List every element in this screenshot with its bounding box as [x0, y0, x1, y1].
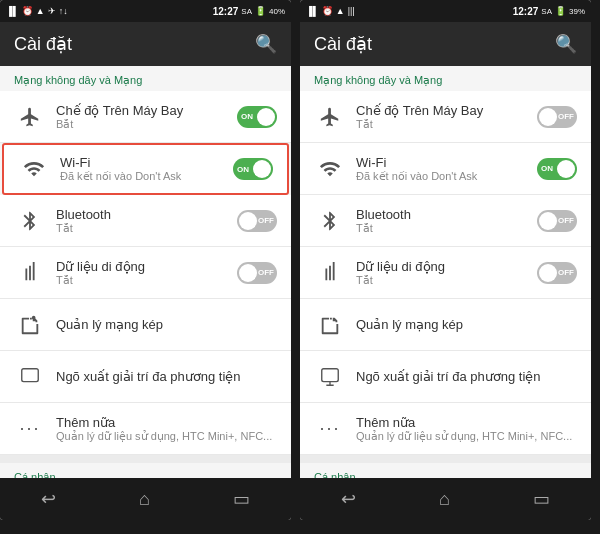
right-media-output-icon — [319, 366, 341, 388]
left-bluetooth-item[interactable]: Bluetooth Tắt OFF — [0, 195, 291, 247]
media-text: Ngõ xuất giải trí đa phương tiện — [46, 369, 277, 384]
right-airplane-text: Chế độ Trên Máy Bay Tắt — [346, 103, 537, 131]
right-bluetooth-knob — [539, 212, 557, 230]
right-battery-icon: 🔋 — [555, 6, 566, 16]
right-signal-icon: ▐▌ — [306, 6, 319, 16]
mobile-toggle[interactable]: OFF — [237, 262, 277, 284]
more-text: Thêm nữa Quản lý dữ liệu sử dụng, HTC Mi… — [46, 415, 277, 443]
bluetooth-setting-icon — [19, 210, 41, 232]
right-bluetooth-icon-wrap — [314, 210, 346, 232]
right-wifi-toggle[interactable]: ON — [537, 158, 577, 180]
left-time: 12:27 — [213, 6, 239, 17]
right-bluetooth-toggle[interactable]: OFF — [537, 210, 577, 232]
more-dots-icon: ··· — [19, 418, 40, 439]
right-bluetooth-toggle-label: OFF — [558, 216, 574, 225]
right-wifi-icon: ▲ — [336, 6, 345, 16]
right-home-icon[interactable]: ⌂ — [439, 489, 450, 510]
right-airplane-item[interactable]: Chế độ Trên Máy Bay Tắt OFF — [300, 91, 591, 143]
right-mobile-text: Dữ liệu di động Tắt — [346, 259, 537, 287]
right-battery-pct: 39% — [569, 7, 585, 16]
left-more-item[interactable]: ··· Thêm nữa Quản lý dữ liệu sử dụng, HT… — [0, 403, 291, 455]
airplane-toggle-label: ON — [241, 112, 253, 121]
battery-icon: 🔋 — [255, 6, 266, 16]
left-airplane-item[interactable]: Chế độ Trên Máy Bay Bắt ON — [0, 91, 291, 143]
right-section-label: Mạng không dây và Mạng — [300, 66, 591, 91]
svg-rect-2 — [322, 368, 339, 381]
right-more-icon-wrap: ··· — [314, 418, 346, 439]
right-nav-bar: ↩ ⌂ ▭ — [300, 478, 591, 520]
right-dual-sim-icon-wrap — [314, 314, 346, 336]
right-alarm-icon: ⏰ — [322, 6, 333, 16]
more-icon-wrap: ··· — [14, 418, 46, 439]
right-wifi-icon-wrap — [314, 158, 346, 180]
more-title: Thêm nữa — [56, 415, 277, 430]
right-mobile-item[interactable]: Dữ liệu di động Tắt OFF — [300, 247, 591, 299]
dual-title: Quản lý mạng kép — [56, 317, 277, 332]
bluetooth-toggle[interactable]: OFF — [237, 210, 277, 232]
right-wifi-toggle-label: ON — [541, 164, 553, 173]
right-more-item[interactable]: ··· Thêm nữa Quản lý dữ liệu sử dụng, HT… — [300, 403, 591, 455]
left-content: Mạng không dây và Mạng Chế độ Trên Máy B… — [0, 66, 291, 478]
wifi-status-icon: ▲ — [36, 6, 45, 16]
left-header-title: Cài đặt — [14, 33, 72, 55]
bluetooth-title: Bluetooth — [56, 207, 237, 222]
mobile-toggle-label: OFF — [258, 268, 274, 277]
airplane-toggle[interactable]: ON — [237, 106, 277, 128]
left-phone: ▐▌ ⏰ ▲ ✈ ↑↓ 12:27 SA 🔋 40% Cài đặt 🔍 — [0, 0, 300, 534]
left-recent-icon[interactable]: ▭ — [233, 488, 250, 510]
mobile-title: Dữ liệu di động — [56, 259, 237, 274]
right-wifi-item[interactable]: Wi-Fi Đã kết nối vào Don't Ask ON — [300, 143, 591, 195]
right-bluetooth-setting-icon — [319, 210, 341, 232]
right-header-title: Cài đặt — [314, 33, 372, 55]
left-back-icon[interactable]: ↩ — [41, 488, 56, 510]
bluetooth-sub: Tắt — [56, 222, 237, 235]
airplane-sub: Bắt — [56, 118, 237, 131]
left-media-item[interactable]: Ngõ xuất giải trí đa phương tiện — [0, 351, 291, 403]
media-icon-wrap — [14, 366, 46, 388]
right-airplane-toggle-label: OFF — [558, 112, 574, 121]
right-media-item[interactable]: Ngõ xuất giải trí đa phương tiện — [300, 351, 591, 403]
right-wifi-knob — [557, 160, 575, 178]
right-mobile-data-icon — [319, 262, 341, 284]
right-more-title: Thêm nữa — [356, 415, 577, 430]
right-phone: ▐▌ ⏰ ▲ ||| 12:27 SA 🔋 39% Cài đặt 🔍 — [300, 0, 600, 534]
right-dual-item[interactable]: Quản lý mạng kép — [300, 299, 591, 351]
wifi-knob — [253, 160, 271, 178]
dual-text: Quản lý mạng kép — [46, 317, 277, 332]
mobile-icon-wrap — [14, 262, 46, 284]
wifi-toggle[interactable]: ON — [233, 158, 273, 180]
left-label: SA — [241, 7, 252, 16]
right-airplane-toggle[interactable]: OFF — [537, 106, 577, 128]
wifi-icon-wrap — [18, 158, 50, 180]
wifi-title: Wi-Fi — [60, 155, 233, 170]
right-bluetooth-item[interactable]: Bluetooth Tắt OFF — [300, 195, 591, 247]
right-recent-icon[interactable]: ▭ — [533, 488, 550, 510]
wifi-sub: Đã kết nối vào Don't Ask — [60, 170, 233, 183]
dual-sim-icon-wrap — [14, 314, 46, 336]
right-personal-label: Cá nhân — [300, 463, 591, 478]
right-section-divider — [300, 455, 591, 463]
right-airplane-icon-wrap — [314, 106, 346, 128]
mobile-text: Dữ liệu di động Tắt — [46, 259, 237, 287]
right-back-icon[interactable]: ↩ — [341, 488, 356, 510]
airplane-text: Chế độ Trên Máy Bay Bắt — [46, 103, 237, 131]
left-wifi-item[interactable]: Wi-Fi Đã kết nối vào Don't Ask ON — [2, 143, 289, 195]
left-mobile-item[interactable]: Dữ liệu di động Tắt OFF — [0, 247, 291, 299]
right-media-text: Ngõ xuất giải trí đa phương tiện — [346, 369, 577, 384]
wifi-toggle-label: ON — [237, 165, 249, 174]
right-content: Mạng không dây và Mạng Chế độ Trên Máy B… — [300, 66, 591, 478]
right-dual-sim-icon — [319, 314, 341, 336]
wifi-text: Wi-Fi Đã kết nối vào Don't Ask — [50, 155, 233, 183]
signal-icon: ▐▌ — [6, 6, 19, 16]
left-dual-item[interactable]: Quản lý mạng kép — [0, 299, 291, 351]
right-mobile-toggle[interactable]: OFF — [537, 262, 577, 284]
left-home-icon[interactable]: ⌂ — [139, 489, 150, 510]
battery-pct: 40% — [269, 7, 285, 16]
right-wifi-text: Wi-Fi Đã kết nối vào Don't Ask — [346, 155, 537, 183]
right-mobile-toggle-label: OFF — [558, 268, 574, 277]
left-search-icon[interactable]: 🔍 — [255, 33, 277, 55]
left-status-bar: ▐▌ ⏰ ▲ ✈ ↑↓ 12:27 SA 🔋 40% — [0, 0, 291, 22]
more-sub: Quản lý dữ liệu sử dụng, HTC Mini+, NFC.… — [56, 430, 277, 443]
right-airplane-setting-icon — [319, 106, 341, 128]
right-search-icon[interactable]: 🔍 — [555, 33, 577, 55]
